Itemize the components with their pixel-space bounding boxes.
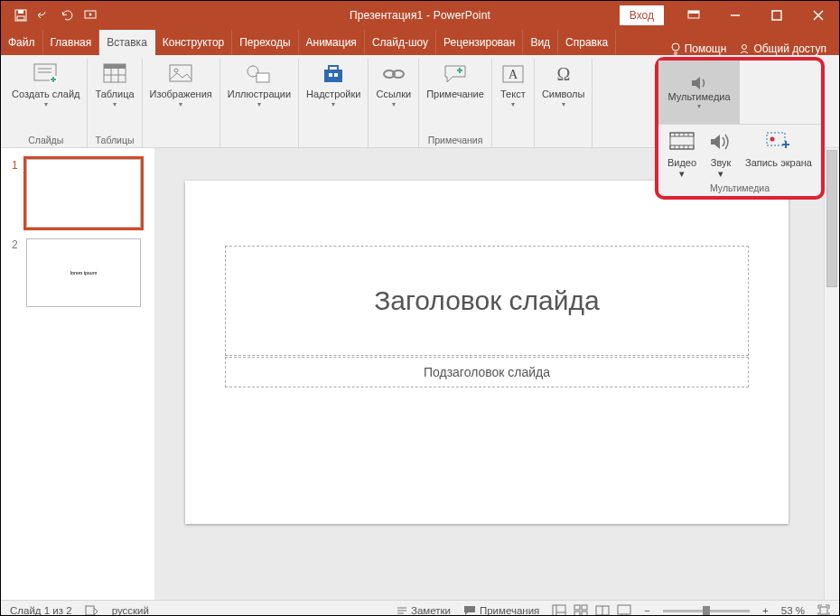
document-title: Презентация1 - PowerPoint: [350, 9, 490, 22]
tell-me[interactable]: Помощн: [670, 42, 727, 55]
fit-icon[interactable]: [817, 604, 830, 616]
addins-button[interactable]: Надстройки ▾: [303, 59, 364, 126]
comment-icon: [442, 61, 469, 88]
svg-rect-70: [820, 607, 827, 614]
tab-animations[interactable]: Анимация: [299, 30, 365, 55]
tab-insert[interactable]: Вставка: [99, 30, 155, 55]
multimedia-menu-button[interactable]: Мультимедиа ▾: [658, 61, 740, 124]
screen-recording-button[interactable]: Запись экрана: [745, 128, 812, 180]
vertical-scrollbar[interactable]: [824, 148, 839, 600]
links-button[interactable]: Ссылки ▾: [372, 59, 415, 126]
tab-home[interactable]: Главная: [43, 30, 100, 55]
svg-rect-28: [257, 73, 269, 82]
link-icon: [380, 61, 407, 88]
subtitle-placeholder[interactable]: Подзаголовок слайда: [225, 357, 749, 387]
svg-rect-64: [582, 611, 587, 616]
save-icon[interactable]: [14, 8, 28, 23]
language-indicator[interactable]: русский: [112, 605, 149, 616]
table-icon: [101, 61, 128, 88]
new-slide-icon: [33, 61, 60, 88]
share-button[interactable]: Общий доступ: [739, 42, 826, 55]
comments-button[interactable]: Примечания: [463, 605, 539, 616]
zoom-level[interactable]: 53 %: [781, 605, 805, 616]
zoom-in-icon[interactable]: +: [762, 605, 769, 616]
svg-rect-5: [688, 11, 699, 14]
status-bar: Слайд 1 из 2 русский Заметки Примечания …: [1, 600, 839, 616]
comment-button[interactable]: Примечание: [423, 59, 488, 126]
slideshow-icon[interactable]: [84, 8, 98, 23]
tab-slideshow[interactable]: Слайд-шоу: [365, 30, 436, 55]
illustrations-button[interactable]: Иллюстрации ▾: [224, 59, 294, 126]
video-button[interactable]: Видео ▾: [667, 128, 696, 180]
svg-rect-7: [772, 11, 781, 20]
svg-rect-31: [334, 73, 338, 77]
group-text: A Текст ▾: [492, 59, 535, 147]
film-icon: [668, 128, 695, 155]
symbols-button[interactable]: Ω Символы ▾: [538, 59, 589, 126]
slideshow-view-icon[interactable]: [617, 604, 631, 616]
quick-access-toolbar: [14, 8, 98, 23]
zoom-knob[interactable]: [703, 606, 710, 616]
store-icon: [320, 61, 347, 88]
slide-thumb-1[interactable]: 1: [12, 159, 149, 228]
close-icon[interactable]: [798, 1, 839, 30]
svg-rect-29: [324, 70, 342, 82]
svg-rect-40: [670, 133, 694, 136]
sorter-view-icon[interactable]: [574, 604, 588, 616]
svg-rect-39: [670, 133, 694, 149]
group-illustrations: Иллюстрации ▾: [220, 59, 299, 147]
svg-rect-1: [18, 10, 23, 14]
scrollbar-thumb[interactable]: [826, 150, 837, 287]
slide-counter[interactable]: Слайд 1 из 2: [10, 605, 72, 616]
multimedia-popout: Мультимедиа ▾ Видео ▾ Звук ▾: [655, 57, 825, 200]
new-slide-button[interactable]: Создать слайд ▾: [8, 59, 83, 126]
chevron-down-icon: ▾: [679, 168, 685, 180]
reading-view-icon[interactable]: [595, 604, 610, 616]
zoom-slider[interactable]: [663, 610, 750, 612]
undo-icon[interactable]: [37, 8, 51, 23]
slide-thumbnail[interactable]: lorem ipsum: [26, 238, 141, 307]
spellcheck-icon[interactable]: [85, 604, 99, 616]
svg-rect-67: [618, 605, 630, 614]
tab-design[interactable]: Конструктор: [155, 30, 232, 55]
text-button[interactable]: A Текст ▾: [496, 59, 530, 126]
title-placeholder[interactable]: Заголовок слайда: [225, 246, 749, 356]
slide-canvas[interactable]: Заголовок слайда Подзаголовок слайда: [185, 181, 789, 524]
chevron-down-icon: ▾: [718, 168, 723, 180]
chevron-down-icon: ▾: [511, 100, 515, 108]
minimize-icon[interactable]: [714, 1, 756, 30]
zoom-out-icon[interactable]: −: [644, 605, 650, 616]
svg-rect-41: [670, 145, 694, 149]
speaker-icon: [690, 75, 708, 91]
workspace: 1 2 lorem ipsum Заголовок слайда Подзаго…: [1, 148, 839, 600]
chevron-down-icon: ▾: [257, 100, 261, 108]
signin-button[interactable]: Вход: [620, 5, 664, 25]
chevron-down-icon: ▾: [331, 100, 335, 108]
comment-icon: [463, 605, 476, 616]
tab-help[interactable]: Справка: [558, 30, 616, 55]
ribbon-display-icon[interactable]: [673, 1, 714, 30]
chevron-down-icon: ▾: [179, 100, 182, 108]
tab-file[interactable]: Файл: [1, 30, 43, 55]
slide-thumb-2[interactable]: 2 lorem ipsum: [12, 238, 149, 307]
tab-transitions[interactable]: Переходы: [232, 30, 298, 55]
normal-view-icon[interactable]: [552, 604, 566, 616]
maximize-icon[interactable]: [756, 1, 798, 30]
slide-editor: Заголовок слайда Подзаголовок слайда: [154, 148, 839, 600]
svg-rect-62: [582, 605, 587, 610]
tab-review[interactable]: Рецензирован: [436, 30, 523, 55]
slide-thumbnail[interactable]: [26, 159, 141, 228]
textbox-icon: A: [499, 61, 527, 88]
multimedia-group-label: Мультимедиа: [658, 180, 821, 196]
notes-button[interactable]: Заметки: [397, 605, 451, 616]
app-window: Презентация1 - PowerPoint Вход Файл Глав…: [0, 0, 840, 616]
images-button[interactable]: Изображения ▾: [146, 59, 216, 126]
svg-text:Ω: Ω: [556, 64, 570, 84]
redo-icon[interactable]: [61, 8, 75, 23]
tab-view[interactable]: Вид: [523, 30, 558, 55]
audio-button[interactable]: Звук ▾: [707, 128, 734, 180]
view-buttons: [552, 604, 631, 616]
svg-point-26: [174, 69, 178, 72]
svg-rect-50: [767, 133, 785, 145]
table-button[interactable]: Таблица ▾: [91, 59, 137, 126]
